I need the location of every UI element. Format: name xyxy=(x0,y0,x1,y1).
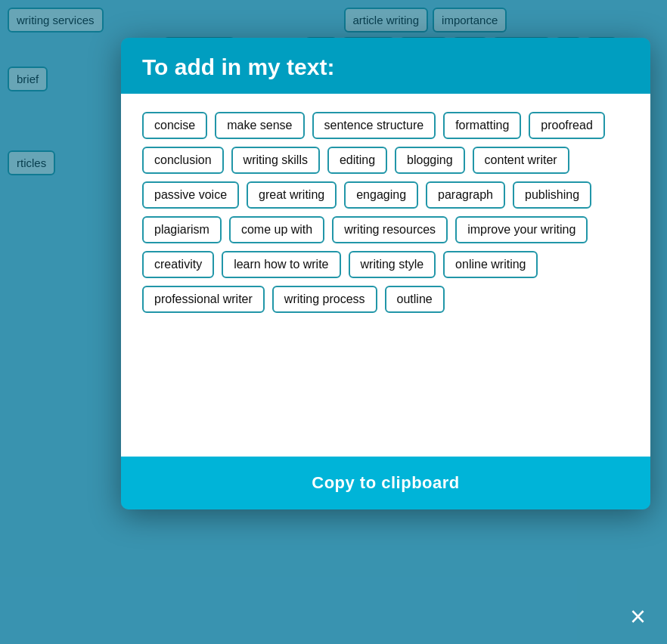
modal-body: concisemake sensesentence structureforma… xyxy=(121,94,650,457)
tag-item[interactable]: great writing xyxy=(247,181,337,209)
modal: To add in my text: concisemake sensesent… xyxy=(121,38,650,509)
tag-item[interactable]: formatting xyxy=(443,112,521,139)
tag-item[interactable]: engaging xyxy=(344,181,418,209)
tag-item[interactable]: come up with xyxy=(229,216,324,243)
close-button[interactable]: × xyxy=(630,603,646,630)
modal-title: To add in my text: xyxy=(142,54,629,80)
tag-item[interactable]: improve your writing xyxy=(455,216,588,243)
tag-item[interactable]: outline xyxy=(385,286,445,313)
tag-item[interactable]: make sense xyxy=(215,112,304,139)
tag-item[interactable]: editing xyxy=(327,147,387,174)
tags-area: concisemake sensesentence structureforma… xyxy=(142,112,629,313)
tag-item[interactable]: conclusion xyxy=(142,147,224,174)
tag-item[interactable]: professional writer xyxy=(142,286,265,313)
tag-item[interactable]: creativity xyxy=(142,251,214,278)
tag-item[interactable]: proofread xyxy=(529,112,605,139)
tag-item[interactable]: writing process xyxy=(272,286,377,313)
tag-item[interactable]: concise xyxy=(142,112,207,139)
tag-item[interactable]: learn how to write xyxy=(222,251,340,278)
modal-footer: Copy to clipboard xyxy=(121,457,650,509)
tag-item[interactable]: online writing xyxy=(443,251,538,278)
tag-item[interactable]: plagiarism xyxy=(142,216,222,243)
tag-item[interactable]: writing skills xyxy=(231,147,320,174)
tag-item[interactable]: writing style xyxy=(349,251,436,278)
copy-to-clipboard-button[interactable]: Copy to clipboard xyxy=(121,457,650,509)
tag-item[interactable]: paragraph xyxy=(426,181,505,209)
tag-item[interactable]: publishing xyxy=(513,181,591,209)
tag-item[interactable]: writing resources xyxy=(332,216,448,243)
tag-item[interactable]: blogging xyxy=(395,147,465,174)
modal-header: To add in my text: xyxy=(121,38,650,94)
tag-item[interactable]: sentence structure xyxy=(312,112,436,139)
tag-item[interactable]: passive voice xyxy=(142,181,239,209)
tag-item[interactable]: content writer xyxy=(473,147,569,174)
